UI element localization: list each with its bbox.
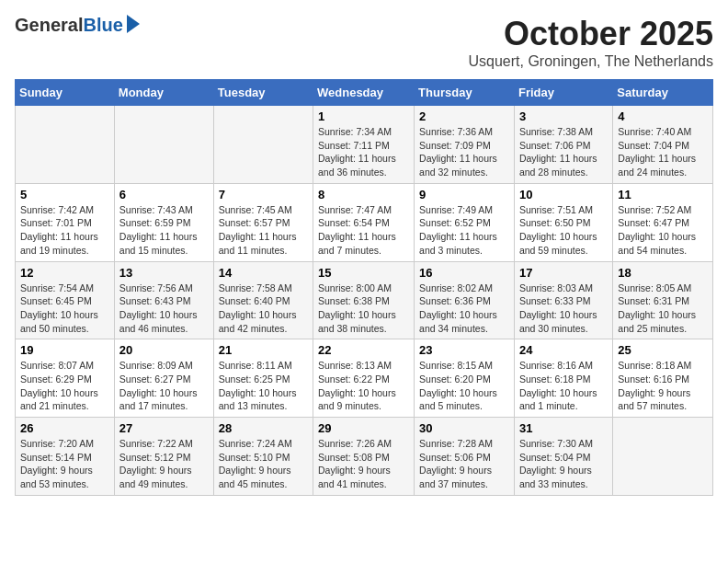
day-number: 20 bbox=[119, 343, 209, 357]
day-info: Sunrise: 7:51 AM Sunset: 6:50 PM Dayligh… bbox=[519, 203, 608, 258]
calendar-cell: 28Sunrise: 7:24 AM Sunset: 5:10 PM Dayli… bbox=[213, 418, 313, 496]
day-number: 15 bbox=[318, 266, 409, 280]
day-number: 3 bbox=[519, 109, 608, 123]
day-info: Sunrise: 7:42 AM Sunset: 7:01 PM Dayligh… bbox=[20, 203, 109, 258]
day-number: 9 bbox=[419, 188, 509, 201]
calendar-cell: 5Sunrise: 7:42 AM Sunset: 7:01 PM Daylig… bbox=[16, 183, 115, 261]
day-number: 6 bbox=[119, 188, 209, 201]
day-info: Sunrise: 7:30 AM Sunset: 5:04 PM Dayligh… bbox=[519, 437, 608, 491]
day-number: 7 bbox=[219, 188, 308, 201]
day-number: 30 bbox=[419, 421, 509, 435]
weekday-header-cell: Thursday bbox=[415, 80, 515, 106]
day-info: Sunrise: 7:43 AM Sunset: 6:59 PM Dayligh… bbox=[119, 203, 209, 258]
day-info: Sunrise: 7:45 AM Sunset: 6:57 PM Dayligh… bbox=[219, 203, 308, 258]
calendar-week-row: 19Sunrise: 8:07 AM Sunset: 6:29 PM Dayli… bbox=[16, 339, 713, 418]
day-info: Sunrise: 7:28 AM Sunset: 5:06 PM Dayligh… bbox=[419, 437, 509, 491]
day-number: 27 bbox=[119, 421, 209, 435]
day-info: Sunrise: 7:49 AM Sunset: 6:52 PM Dayligh… bbox=[419, 203, 509, 258]
day-info: Sunrise: 8:09 AM Sunset: 6:27 PM Dayligh… bbox=[119, 359, 209, 413]
day-info: Sunrise: 8:13 AM Sunset: 6:22 PM Dayligh… bbox=[318, 359, 409, 413]
day-info: Sunrise: 8:07 AM Sunset: 6:29 PM Dayligh… bbox=[20, 359, 109, 413]
calendar-cell: 16Sunrise: 8:02 AM Sunset: 6:36 PM Dayli… bbox=[415, 261, 515, 339]
weekday-header-cell: Saturday bbox=[613, 80, 713, 106]
weekday-header-cell: Friday bbox=[514, 80, 612, 106]
day-number: 12 bbox=[20, 266, 109, 280]
weekday-header-cell: Wednesday bbox=[313, 80, 415, 106]
calendar-cell: 31Sunrise: 7:30 AM Sunset: 5:04 PM Dayli… bbox=[514, 418, 612, 496]
day-number: 29 bbox=[318, 421, 409, 435]
calendar-cell: 22Sunrise: 8:13 AM Sunset: 6:22 PM Dayli… bbox=[313, 339, 415, 418]
calendar-cell: 9Sunrise: 7:49 AM Sunset: 6:52 PM Daylig… bbox=[415, 183, 515, 261]
location-title: Usquert, Groningen, The Netherlands bbox=[468, 53, 713, 70]
calendar-cell: 25Sunrise: 8:18 AM Sunset: 6:16 PM Dayli… bbox=[613, 339, 713, 418]
day-number: 18 bbox=[618, 266, 708, 280]
calendar-cell: 20Sunrise: 8:09 AM Sunset: 6:27 PM Dayli… bbox=[114, 339, 213, 418]
day-info: Sunrise: 8:03 AM Sunset: 6:33 PM Dayligh… bbox=[519, 282, 608, 336]
calendar-cell: 23Sunrise: 8:15 AM Sunset: 6:20 PM Dayli… bbox=[415, 339, 515, 418]
logo-general-text: General bbox=[15, 15, 83, 36]
day-info: Sunrise: 7:56 AM Sunset: 6:43 PM Dayligh… bbox=[119, 282, 209, 336]
day-number: 21 bbox=[219, 343, 308, 357]
day-info: Sunrise: 7:38 AM Sunset: 7:06 PM Dayligh… bbox=[519, 125, 608, 179]
calendar-cell: 3Sunrise: 7:38 AM Sunset: 7:06 PM Daylig… bbox=[514, 106, 612, 184]
calendar-cell: 17Sunrise: 8:03 AM Sunset: 6:33 PM Dayli… bbox=[514, 261, 612, 339]
day-info: Sunrise: 7:26 AM Sunset: 5:08 PM Dayligh… bbox=[318, 437, 409, 491]
calendar-cell: 19Sunrise: 8:07 AM Sunset: 6:29 PM Dayli… bbox=[16, 339, 115, 418]
calendar-cell: 27Sunrise: 7:22 AM Sunset: 5:12 PM Dayli… bbox=[114, 418, 213, 496]
day-number: 11 bbox=[618, 188, 708, 201]
day-number: 22 bbox=[318, 343, 409, 357]
day-info: Sunrise: 8:18 AM Sunset: 6:16 PM Dayligh… bbox=[618, 359, 708, 413]
calendar-cell: 7Sunrise: 7:45 AM Sunset: 6:57 PM Daylig… bbox=[213, 183, 313, 261]
calendar-cell: 2Sunrise: 7:36 AM Sunset: 7:09 PM Daylig… bbox=[415, 106, 515, 184]
calendar-cell bbox=[16, 106, 115, 184]
calendar-cell: 29Sunrise: 7:26 AM Sunset: 5:08 PM Dayli… bbox=[313, 418, 415, 496]
calendar-cell: 26Sunrise: 7:20 AM Sunset: 5:14 PM Dayli… bbox=[16, 418, 115, 496]
calendar-cell: 18Sunrise: 8:05 AM Sunset: 6:31 PM Dayli… bbox=[613, 261, 713, 339]
calendar-cell bbox=[114, 106, 213, 184]
logo-blue-text: Blue bbox=[83, 15, 122, 36]
day-number: 14 bbox=[219, 266, 308, 280]
day-info: Sunrise: 7:24 AM Sunset: 5:10 PM Dayligh… bbox=[219, 437, 308, 491]
day-number: 10 bbox=[519, 188, 608, 201]
day-info: Sunrise: 7:52 AM Sunset: 6:47 PM Dayligh… bbox=[618, 203, 708, 258]
calendar-cell: 15Sunrise: 8:00 AM Sunset: 6:38 PM Dayli… bbox=[313, 261, 415, 339]
calendar-cell: 14Sunrise: 7:58 AM Sunset: 6:40 PM Dayli… bbox=[213, 261, 313, 339]
calendar-cell: 11Sunrise: 7:52 AM Sunset: 6:47 PM Dayli… bbox=[613, 183, 713, 261]
weekday-header-cell: Tuesday bbox=[213, 80, 313, 106]
day-number: 26 bbox=[20, 421, 109, 435]
day-number: 31 bbox=[519, 421, 608, 435]
calendar-body: 1Sunrise: 7:34 AM Sunset: 7:11 PM Daylig… bbox=[16, 106, 713, 496]
day-number: 13 bbox=[119, 266, 209, 280]
weekday-header-cell: Sunday bbox=[16, 80, 115, 106]
calendar-header-row: SundayMondayTuesdayWednesdayThursdayFrid… bbox=[16, 80, 713, 106]
calendar-cell: 21Sunrise: 8:11 AM Sunset: 6:25 PM Dayli… bbox=[213, 339, 313, 418]
day-info: Sunrise: 7:40 AM Sunset: 7:04 PM Dayligh… bbox=[618, 125, 708, 179]
day-number: 19 bbox=[20, 343, 109, 357]
day-info: Sunrise: 8:05 AM Sunset: 6:31 PM Dayligh… bbox=[618, 282, 708, 336]
calendar-cell: 24Sunrise: 8:16 AM Sunset: 6:18 PM Dayli… bbox=[514, 339, 612, 418]
day-info: Sunrise: 7:58 AM Sunset: 6:40 PM Dayligh… bbox=[219, 282, 308, 336]
calendar-week-row: 5Sunrise: 7:42 AM Sunset: 7:01 PM Daylig… bbox=[16, 183, 713, 261]
day-number: 1 bbox=[318, 109, 409, 123]
day-number: 4 bbox=[618, 109, 708, 123]
day-info: Sunrise: 7:47 AM Sunset: 6:54 PM Dayligh… bbox=[318, 203, 409, 258]
day-number: 25 bbox=[618, 343, 708, 357]
day-info: Sunrise: 7:20 AM Sunset: 5:14 PM Dayligh… bbox=[20, 437, 109, 491]
weekday-header-cell: Monday bbox=[114, 80, 213, 106]
calendar-cell: 30Sunrise: 7:28 AM Sunset: 5:06 PM Dayli… bbox=[415, 418, 515, 496]
calendar-week-row: 26Sunrise: 7:20 AM Sunset: 5:14 PM Dayli… bbox=[16, 418, 713, 496]
day-info: Sunrise: 7:22 AM Sunset: 5:12 PM Dayligh… bbox=[119, 437, 209, 491]
day-number: 24 bbox=[519, 343, 608, 357]
calendar-cell: 13Sunrise: 7:56 AM Sunset: 6:43 PM Dayli… bbox=[114, 261, 213, 339]
day-info: Sunrise: 7:34 AM Sunset: 7:11 PM Dayligh… bbox=[318, 125, 409, 179]
day-info: Sunrise: 8:11 AM Sunset: 6:25 PM Dayligh… bbox=[219, 359, 308, 413]
calendar-cell: 10Sunrise: 7:51 AM Sunset: 6:50 PM Dayli… bbox=[514, 183, 612, 261]
calendar-cell: 6Sunrise: 7:43 AM Sunset: 6:59 PM Daylig… bbox=[114, 183, 213, 261]
logo-arrow-icon bbox=[127, 15, 140, 33]
day-number: 23 bbox=[419, 343, 509, 357]
day-info: Sunrise: 8:15 AM Sunset: 6:20 PM Dayligh… bbox=[419, 359, 509, 413]
calendar-week-row: 1Sunrise: 7:34 AM Sunset: 7:11 PM Daylig… bbox=[16, 106, 713, 184]
title-block: October 2025 Usquert, Groningen, The Net… bbox=[468, 15, 713, 70]
day-number: 16 bbox=[419, 266, 509, 280]
calendar-cell bbox=[613, 418, 713, 496]
